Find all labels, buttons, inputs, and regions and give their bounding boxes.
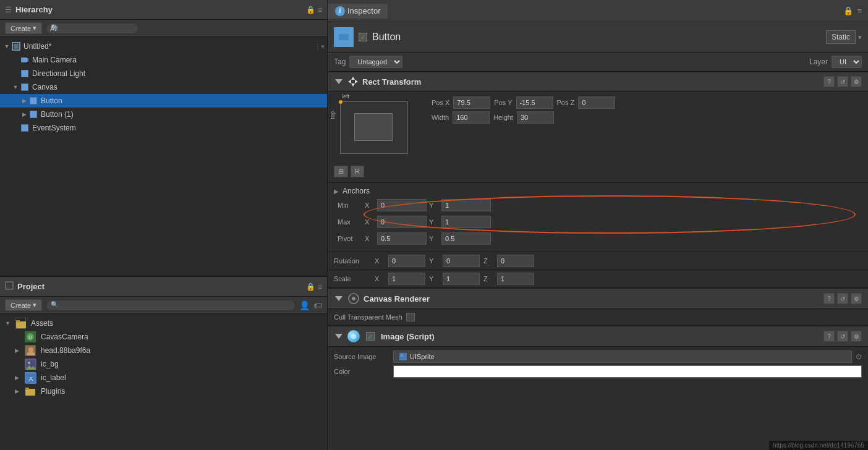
project-create-button[interactable]: Create ▾ [5, 299, 42, 311]
rect-help-icon[interactable]: ? [823, 76, 835, 87]
tree-arrow-button1: ▶ [20, 110, 28, 119]
asset-icon-ic-bg [25, 359, 36, 370]
project-search-input[interactable] [46, 300, 296, 311]
tree-item-eventsystem[interactable]: EventSystem [0, 121, 327, 135]
image-script-header[interactable]: ◎ ✓ Image (Script) ? ↺ ⚙ [328, 326, 868, 347]
source-image-select-icon[interactable]: ⊙ [856, 352, 862, 361]
asset-item-cavasc[interactable]: U CavasCamera [0, 330, 327, 344]
project-people-icon[interactable]: 👤 [299, 300, 310, 310]
width-input[interactable] [453, 111, 490, 124]
tree-label-eventsystem: EventSystem [32, 124, 76, 132]
asset-item-ic-bg[interactable]: ic_bg [0, 357, 327, 371]
blueprint-btn[interactable]: ⊞ [334, 166, 348, 177]
canvas-settings-icon[interactable]: ⚙ [851, 293, 862, 304]
rotation-row: Rotation X Y Z [334, 255, 862, 267]
hierarchy-create-button[interactable]: Create ▾ [5, 22, 42, 34]
image-script-checkbox[interactable]: ✓ [366, 332, 375, 341]
rect-fields: Pos X Pos Y Pos Z Width Height [432, 96, 862, 177]
image-settings-icon[interactable]: ⚙ [851, 331, 862, 342]
image-revert-icon[interactable]: ↺ [837, 331, 848, 342]
image-help-icon[interactable]: ? [823, 331, 835, 342]
static-dropdown-icon[interactable]: ▾ [858, 33, 862, 41]
svg-rect-2 [21, 57, 27, 62]
canvas-revert-icon[interactable]: ↺ [837, 293, 848, 304]
rect-transform-header[interactable]: Rect Transform ? ↺ ⚙ [328, 72, 868, 91]
pivot-y-input[interactable] [441, 232, 491, 245]
pos-z-input[interactable] [578, 96, 615, 109]
image-script-icons: ? ↺ ⚙ [823, 331, 862, 342]
hierarchy-lock-icon[interactable]: 🔒 [306, 6, 315, 14]
asset-item-assets[interactable]: ▼ Assets [0, 316, 327, 330]
source-image-value-area: UISprite [393, 350, 852, 363]
height-input[interactable] [517, 111, 554, 124]
asset-item-plugins[interactable]: ▶ Plugins [0, 384, 327, 398]
canvas-renderer-header[interactable]: Canvas Renderer ? ↺ ⚙ [328, 288, 868, 309]
tree-item-canvas[interactable]: ▼ Canvas [0, 80, 327, 94]
layer-select[interactable]: UI [832, 56, 862, 68]
tag-select[interactable]: Untagged [349, 56, 402, 68]
static-box: Static [826, 30, 856, 44]
image-script-title: Image (Script) [381, 332, 435, 341]
tree-item-untitled[interactable]: ▼ Untitled* ⋮≡ [0, 40, 327, 53]
cull-checkbox[interactable] [406, 313, 415, 321]
tree-label-button: Button [41, 96, 62, 105]
inspector-panel: i Inspector 🔒 ≡ ✓ Button Static ▾ [328, 0, 868, 450]
pivot-x-input[interactable] [377, 232, 427, 245]
rect-settings-icon[interactable]: ⚙ [851, 76, 862, 87]
scale-z-input[interactable] [497, 273, 534, 285]
asset-arrow-assets: ▼ [5, 320, 12, 326]
cull-label: Cull Transparent Mesh [334, 313, 402, 321]
rect-revert-icon[interactable]: ↺ [837, 76, 848, 87]
object-checkbox[interactable]: ✓ [359, 33, 367, 41]
tree-icon-button [28, 96, 38, 106]
anchor-max-y-input[interactable] [441, 216, 491, 228]
project-tag-icon[interactable]: 🏷 [313, 300, 322, 310]
tree-item-dir-light[interactable]: Directional Light [0, 67, 327, 80]
hierarchy-search-input[interactable] [46, 23, 138, 34]
svg-rect-4 [6, 282, 13, 289]
inspector-lock-icon[interactable]: 🔒 [843, 6, 853, 15]
rect-transform-move-icon [347, 76, 359, 87]
svg-rect-1 [14, 44, 19, 49]
asset-icon-folder-root [15, 318, 26, 329]
project-search-icon: 🔍 [51, 301, 58, 308]
left-panel: ☰ Hierarchy 🔒 ≡ Create ▾ 🔍 ▼ [0, 0, 328, 450]
anchor-max-x-input[interactable] [377, 216, 427, 228]
tree-icon-eventsystem [20, 123, 30, 133]
rotation-y-input[interactable] [443, 255, 480, 267]
project-lock-icon[interactable]: 🔒 [306, 282, 315, 291]
svg-marker-3 [27, 58, 28, 62]
anchor-min-x-input[interactable] [377, 199, 427, 211]
tree-item-button[interactable]: ▶ Button [0, 94, 327, 108]
color-preview[interactable] [393, 365, 862, 378]
inspector-tab[interactable]: i Inspector [328, 4, 388, 19]
scale-section: Scale X Y Z [328, 270, 868, 288]
asset-item-head[interactable]: ▶ head.88ba9f6a [0, 344, 327, 357]
scale-x-input[interactable] [388, 273, 425, 285]
anchors-toggle[interactable]: ▶ [334, 188, 339, 195]
anchor-min-y-input[interactable] [441, 199, 491, 211]
r-button[interactable]: R [351, 166, 364, 177]
object-header: ✓ Button Static ▾ [328, 22, 868, 53]
hierarchy-title: Hierarchy [15, 5, 53, 14]
tree-icon-untitled [11, 41, 21, 51]
tree-item-main-camera[interactable]: Main Camera [0, 53, 327, 67]
rotation-x-input[interactable] [388, 255, 425, 267]
asset-item-ic-label[interactable]: ▶ A ic_label [0, 371, 327, 384]
svg-point-32 [401, 354, 403, 357]
project-expand-icon[interactable]: ≡ [318, 282, 322, 291]
inspector-menu-icon[interactable]: ≡ [857, 6, 862, 15]
svg-point-13 [28, 362, 30, 364]
anchor-max-label: Max [338, 218, 362, 226]
anchors-section: ▶ Anchors Min X Y Max X Y Pivot [328, 183, 868, 252]
pos-y-input[interactable] [516, 96, 553, 109]
tree-item-button1[interactable]: ▶ Button (1) [0, 108, 327, 121]
canvas-help-icon[interactable]: ? [823, 293, 835, 304]
asset-label-ic-label: ic_label [41, 373, 66, 382]
tree-label-button1: Button (1) [41, 110, 74, 119]
scale-y-input[interactable] [443, 273, 480, 285]
image-script-icon: ◎ [347, 330, 360, 342]
rotation-z-input[interactable] [497, 255, 534, 267]
pos-x-input[interactable] [453, 96, 490, 109]
hierarchy-expand-icon[interactable]: ≡ [318, 6, 322, 14]
